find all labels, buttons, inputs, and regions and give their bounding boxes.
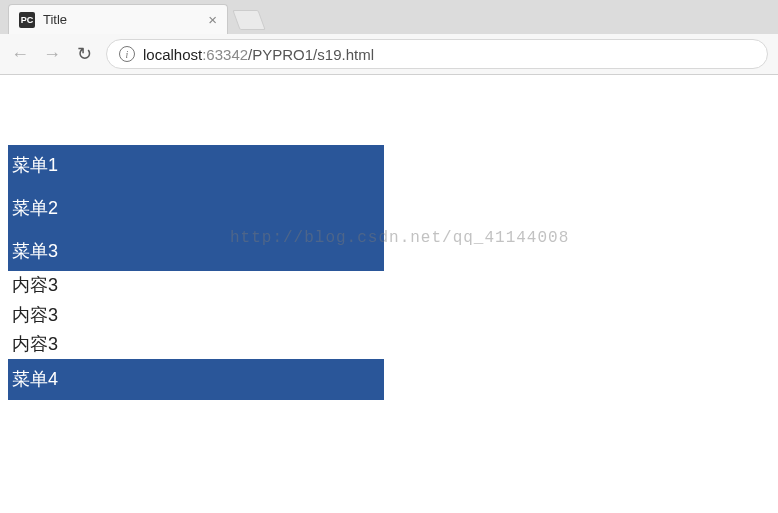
url-path: /PYPRO1/s19.html (248, 46, 374, 63)
back-button[interactable]: ← (10, 44, 30, 65)
url-host: localhost (143, 46, 202, 63)
menu-item-1[interactable]: 菜单1 (8, 145, 384, 186)
new-tab-button[interactable] (232, 10, 265, 30)
pycharm-favicon-icon: PC (19, 12, 35, 28)
reload-button[interactable]: ↻ (74, 43, 94, 65)
tab-title: Title (43, 12, 200, 27)
forward-button[interactable]: → (42, 44, 62, 65)
page-content: 菜单1 菜单2 菜单3 内容3 内容3 内容3 菜单4 http://blog.… (0, 75, 778, 400)
content-item: 内容3 (8, 330, 778, 359)
site-info-icon[interactable]: i (119, 46, 135, 62)
browser-chrome: PC Title × ← → ↻ i localhost:63342/PYPRO… (0, 0, 778, 75)
url-port: :63342 (202, 46, 248, 63)
toolbar: ← → ↻ i localhost:63342/PYPRO1/s19.html (0, 34, 778, 74)
content-item: 内容3 (8, 301, 778, 330)
address-bar[interactable]: i localhost:63342/PYPRO1/s19.html (106, 39, 768, 69)
close-icon[interactable]: × (208, 11, 217, 28)
menu-item-4[interactable]: 菜单4 (8, 359, 384, 400)
url-display: localhost:63342/PYPRO1/s19.html (143, 46, 374, 63)
browser-tab[interactable]: PC Title × (8, 4, 228, 34)
content-item: 内容3 (8, 271, 778, 300)
menu-item-2[interactable]: 菜单2 (8, 186, 384, 229)
menu-item-3[interactable]: 菜单3 (8, 229, 384, 272)
tab-bar: PC Title × (0, 0, 778, 34)
